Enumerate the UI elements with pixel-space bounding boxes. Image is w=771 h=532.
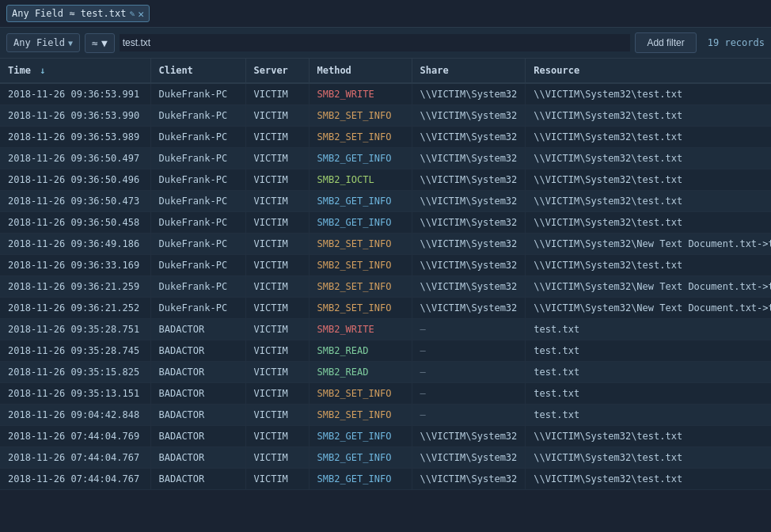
column-header-method[interactable]: Method [309,59,412,83]
cell-server: VICTIM [245,169,309,191]
cell-time: 2018-11-26 07:44:04.767 [0,469,150,490]
cell-time: 2018-11-26 09:35:13.151 [0,383,150,405]
cell-resource: \\VICTIM\System32\test.txt [526,191,771,212]
column-header-resource[interactable]: Resource [526,59,771,83]
table-row[interactable]: 2018-11-26 09:36:21.252 DukeFrank-PC VIC… [0,298,771,319]
cell-share: \\VICTIM\System32 [412,234,526,255]
records-table-container: Time ↓ Client Server Method Share Resour… [0,59,771,490]
table-row[interactable]: 2018-11-26 07:44:04.769 BADACTOR VICTIM … [0,426,771,447]
table-row[interactable]: 2018-11-26 09:04:42.848 BADACTOR VICTIM … [0,405,771,426]
cell-method: SMB2_SET_INFO [309,105,412,127]
cell-server: VICTIM [245,426,309,447]
table-row[interactable]: 2018-11-26 09:36:50.458 DukeFrank-PC VIC… [0,212,771,234]
cell-method: SMB2_GET_INFO [309,469,412,490]
cell-resource: \\VICTIM\System32\test.txt [526,469,771,490]
filter-tag-close-icon[interactable]: ✕ [138,9,144,19]
filter-tag[interactable]: Any Field ≈ test.txt ✎ ✕ [6,5,150,22]
cell-client: BADACTOR [150,319,245,340]
table-row[interactable]: 2018-11-26 09:35:28.751 BADACTOR VICTIM … [0,319,771,340]
cell-method: SMB2_READ [309,362,412,383]
cell-method: SMB2_WRITE [309,83,412,105]
table-row[interactable]: 2018-11-26 09:36:53.989 DukeFrank-PC VIC… [0,127,771,148]
table-row[interactable]: 2018-11-26 09:36:53.990 DukeFrank-PC VIC… [0,105,771,127]
cell-server: VICTIM [245,234,309,255]
cell-client: DukeFrank-PC [150,212,245,234]
cell-resource: \\VICTIM\System32\test.txt [526,148,771,169]
cell-server: VICTIM [245,105,309,127]
cell-share: \\VICTIM\System32 [412,276,526,298]
cell-share: \\VICTIM\System32 [412,105,526,127]
table-row[interactable]: 2018-11-26 09:36:50.473 DukeFrank-PC VIC… [0,191,771,212]
cell-client: DukeFrank-PC [150,191,245,212]
sort-arrow-time: ↓ [40,65,45,76]
cell-time: 2018-11-26 09:36:21.252 [0,298,150,319]
cell-server: VICTIM [245,255,309,276]
cell-resource: \\VICTIM\System32\test.txt [526,426,771,447]
cell-resource: \\VICTIM\System32\test.txt [526,212,771,234]
cell-share: \\VICTIM\System32 [412,447,526,469]
cell-method: SMB2_GET_INFO [309,426,412,447]
cell-time: 2018-11-26 09:04:42.848 [0,405,150,426]
table-row[interactable]: 2018-11-26 09:35:15.825 BADACTOR VICTIM … [0,362,771,383]
cell-method: SMB2_SET_INFO [309,276,412,298]
cell-server: VICTIM [245,212,309,234]
filter-tag-edit-icon[interactable]: ✎ [130,9,135,19]
cell-time: 2018-11-26 09:36:49.186 [0,234,150,255]
cell-client: BADACTOR [150,383,245,405]
cell-time: 2018-11-26 09:35:28.745 [0,340,150,362]
cell-server: VICTIM [245,83,309,105]
column-header-time[interactable]: Time ↓ [0,59,150,83]
table-row[interactable]: 2018-11-26 09:36:33.169 DukeFrank-PC VIC… [0,255,771,276]
records-count: 19 records [708,37,765,48]
table-row[interactable]: 2018-11-26 09:35:28.745 BADACTOR VICTIM … [0,340,771,362]
cell-share: \\VICTIM\System32 [412,298,526,319]
add-filter-button[interactable]: Add filter [635,32,696,53]
cell-server: VICTIM [245,383,309,405]
field-selector[interactable]: Any Field ▼ [6,33,80,52]
cell-client: BADACTOR [150,469,245,490]
cell-resource: \\VICTIM\System32\New Text Document.txt-… [526,234,771,255]
operator-arrow-icon: ▼ [101,37,108,49]
cell-time: 2018-11-26 09:36:53.991 [0,83,150,105]
cell-resource: \\VICTIM\System32\test.txt [526,169,771,191]
cell-share: \\VICTIM\System32 [412,255,526,276]
cell-resource: \\VICTIM\System32\test.txt [526,105,771,127]
cell-server: VICTIM [245,340,309,362]
cell-method: SMB2_IOCTL [309,169,412,191]
cell-method: SMB2_GET_INFO [309,191,412,212]
cell-server: VICTIM [245,405,309,426]
table-row[interactable]: 2018-11-26 09:36:50.497 DukeFrank-PC VIC… [0,148,771,169]
cell-server: VICTIM [245,298,309,319]
search-input[interactable] [120,34,631,51]
cell-share: \\VICTIM\System32 [412,169,526,191]
column-header-client[interactable]: Client [150,59,245,83]
operator-button[interactable]: ≈ ▼ [85,33,115,53]
column-header-share[interactable]: Share [412,59,526,83]
cell-server: VICTIM [245,148,309,169]
table-row[interactable]: 2018-11-26 07:44:04.767 BADACTOR VICTIM … [0,447,771,469]
cell-share: — [412,405,526,426]
cell-server: VICTIM [245,127,309,148]
cell-share: \\VICTIM\System32 [412,127,526,148]
field-selector-label: Any Field [13,37,65,48]
cell-server: VICTIM [245,319,309,340]
filter-tag-label: Any Field ≈ test.txt [12,8,127,19]
table-row[interactable]: 2018-11-26 09:36:49.186 DukeFrank-PC VIC… [0,234,771,255]
table-row[interactable]: 2018-11-26 09:36:53.991 DukeFrank-PC VIC… [0,83,771,105]
table-row[interactable]: 2018-11-26 09:36:21.259 DukeFrank-PC VIC… [0,276,771,298]
table-row[interactable]: 2018-11-26 07:44:04.767 BADACTOR VICTIM … [0,469,771,490]
cell-client: DukeFrank-PC [150,255,245,276]
cell-share: — [412,340,526,362]
cell-time: 2018-11-26 07:44:04.767 [0,447,150,469]
cell-client: BADACTOR [150,362,245,383]
cell-server: VICTIM [245,447,309,469]
cell-share: \\VICTIM\System32 [412,191,526,212]
cell-resource: \\VICTIM\System32\test.txt [526,447,771,469]
table-row[interactable]: 2018-11-26 09:35:13.151 BADACTOR VICTIM … [0,383,771,405]
column-header-server[interactable]: Server [245,59,309,83]
cell-share: \\VICTIM\System32 [412,83,526,105]
cell-method: SMB2_SET_INFO [309,234,412,255]
table-row[interactable]: 2018-11-26 09:36:50.496 DukeFrank-PC VIC… [0,169,771,191]
cell-time: 2018-11-26 09:35:15.825 [0,362,150,383]
cell-share: \\VICTIM\System32 [412,212,526,234]
